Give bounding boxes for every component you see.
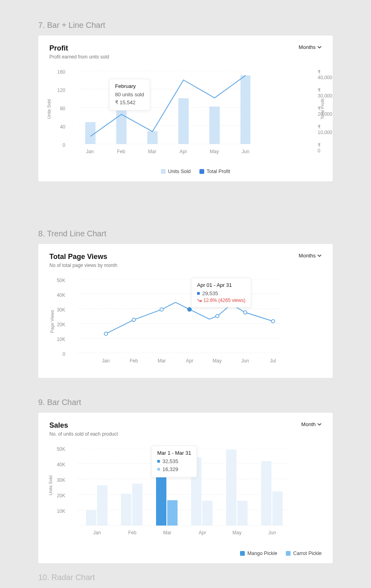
chart-tooltip: Mar 1 - Mar 31 32,535 16,329 (151, 446, 197, 477)
section-heading-10: 10. Radar Chart (38, 573, 333, 582)
chart-subtitle: No. of units sold of each product (49, 431, 118, 437)
legend-label: Carrot Pickle (293, 551, 322, 556)
tooltip-title: February (115, 83, 144, 89)
y2-tick: ₹ 10,000 (318, 124, 332, 135)
y-axis-label-left: Units Sold (47, 99, 51, 119)
period-dropdown-label: Months (299, 253, 316, 259)
y2-tick: ₹ 20,000 (318, 106, 332, 117)
x-tick: Jun (268, 530, 276, 535)
svg-rect-10 (240, 76, 250, 144)
chart-title: Profit (49, 44, 109, 53)
svg-rect-41 (272, 491, 283, 526)
y-tick: 20K (57, 493, 65, 498)
svg-rect-40 (261, 461, 271, 526)
x-tick: Jan (93, 530, 101, 535)
svg-rect-38 (226, 450, 236, 526)
svg-rect-8 (178, 98, 189, 144)
x-tick: Apr (186, 358, 193, 364)
svg-rect-37 (202, 501, 213, 526)
x-tick: Jun (242, 149, 249, 154)
period-dropdown-label: Months (299, 44, 316, 50)
y-tick: 50K (57, 278, 65, 283)
svg-point-22 (244, 311, 247, 314)
chart-card-pageviews: Total Page Views No of total page views … (38, 244, 333, 378)
period-dropdown[interactable]: Month (301, 421, 322, 427)
tooltip-title: Mar 1 - Mar 31 (157, 450, 191, 456)
svg-rect-35 (167, 500, 178, 526)
svg-point-19 (160, 308, 163, 311)
y-tick: 40 (60, 124, 65, 130)
x-tick: Jun (241, 358, 249, 364)
x-tick: May (210, 149, 219, 154)
x-tick: Apr (180, 149, 187, 154)
y-tick: 30K (57, 477, 65, 483)
y-axis-label: Units Sold (48, 475, 53, 495)
y-tick: 40K (57, 462, 65, 467)
svg-rect-6 (116, 107, 127, 144)
legend-label: Total Profit (207, 169, 230, 174)
y2-tick: ₹ 30,000 (318, 88, 332, 99)
y2-tick: ₹ 0 (318, 142, 321, 154)
svg-rect-7 (147, 131, 158, 144)
y-axis-label: Page Views (50, 310, 55, 333)
x-tick: May (213, 358, 222, 364)
chart-legend: Mango Pickle Carrot Pickle (49, 551, 322, 556)
y-tick: 40K (57, 292, 65, 298)
chart-tooltip: Apr 01 - Apr 31 29,535 12.6% (4265 views… (191, 278, 251, 308)
chart-title: Total Page Views (49, 253, 117, 261)
y-tick: 80 (60, 106, 65, 111)
period-dropdown-label: Month (301, 421, 316, 427)
y-tick: 30K (57, 307, 65, 313)
legend-label: Units Sold (168, 169, 191, 174)
chevron-down-icon (317, 422, 322, 426)
chart-legend: Units Sold Total Profit (69, 169, 322, 174)
x-tick: Feb (128, 530, 137, 535)
tooltip-delta: 12.6% (4265 views) (197, 298, 245, 303)
chart-card-sales: Sales No. of units sold of each product … (38, 413, 333, 563)
x-tick: Mar (148, 149, 156, 154)
svg-point-17 (104, 332, 107, 335)
y-tick: 0 (62, 351, 65, 357)
chart-card-profit: Profit Profit earned from units sold Mon… (38, 35, 333, 181)
x-tick: Feb (117, 149, 125, 154)
y-tick: 160 (57, 69, 65, 75)
period-dropdown[interactable]: Months (299, 44, 322, 50)
svg-point-21 (216, 314, 219, 317)
x-tick: Feb (130, 358, 138, 364)
svg-rect-39 (237, 501, 248, 526)
y-tick: 0 (62, 142, 65, 148)
x-tick: Jan (86, 149, 94, 154)
y2-tick: ₹ 40,000 (318, 69, 332, 80)
x-tick: Mar (163, 530, 172, 535)
section-heading-9: 9. Bar Chart (38, 398, 333, 407)
chart-title: Sales (49, 421, 118, 430)
x-tick: Jul (270, 358, 276, 364)
chart-subtitle: Profit earned from units sold (49, 54, 109, 60)
svg-rect-30 (86, 510, 96, 526)
y-tick: 20K (57, 322, 65, 327)
tooltip-line: ₹ 15,542 (115, 99, 144, 107)
svg-rect-34 (156, 475, 166, 526)
y-tick: 10K (57, 508, 65, 514)
svg-point-18 (132, 318, 135, 321)
trend-down-icon (197, 298, 202, 303)
x-tick: May (232, 530, 242, 535)
period-dropdown[interactable]: Months (299, 253, 322, 259)
x-tick: Apr (199, 530, 206, 535)
profit-chart-svg (79, 71, 250, 148)
svg-point-23 (271, 319, 275, 323)
y-tick: 50K (57, 446, 65, 452)
section-heading-8: 8. Trend Line Chart (38, 229, 333, 238)
chart-subtitle: No of total page views by month (49, 263, 117, 268)
svg-rect-5 (85, 122, 96, 144)
tooltip-value: 29,535 (197, 290, 245, 298)
tooltip-value: 32,535 (157, 458, 191, 465)
x-tick: Mar (158, 358, 166, 364)
tooltip-title: Apr 01 - Apr 31 (197, 282, 245, 288)
tooltip-value: 16,329 (157, 465, 191, 473)
svg-rect-9 (209, 107, 220, 144)
svg-rect-31 (97, 485, 107, 526)
svg-rect-33 (132, 484, 143, 526)
chart-tooltip: February 80 units sold ₹ 15,542 (109, 79, 150, 111)
svg-rect-32 (121, 494, 131, 526)
